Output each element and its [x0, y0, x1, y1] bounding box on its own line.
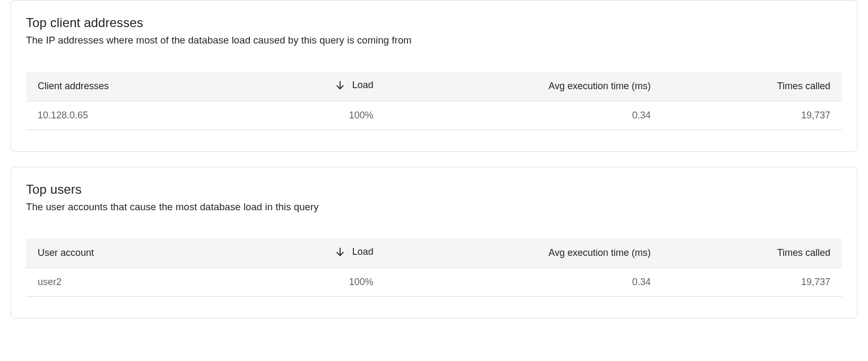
top-users-card: Top users The user accounts that cause t…	[11, 167, 857, 319]
column-header-label: User account	[38, 247, 94, 258]
top-client-addresses-title: Top client addresses	[26, 15, 842, 30]
column-header-label: Times called	[777, 81, 830, 91]
users-table: User account Load Avg execution time (ms…	[26, 238, 842, 297]
column-header-label: Load	[352, 246, 374, 257]
column-header-label: Times called	[777, 247, 830, 258]
column-header-client-addresses[interactable]: Client addresses	[26, 72, 271, 101]
top-users-title: Top users	[26, 182, 842, 197]
column-header-times-called[interactable]: Times called	[663, 238, 842, 268]
table-header-row: Client addresses Load Avg execution time…	[26, 72, 842, 101]
column-header-times-called[interactable]: Times called	[663, 72, 842, 101]
column-header-label: Client addresses	[38, 81, 109, 91]
arrow-down-icon	[334, 246, 346, 257]
sort-header-load[interactable]: Load	[334, 79, 374, 91]
column-header-label: Avg execution time (ms)	[549, 247, 651, 258]
top-client-addresses-card: Top client addresses The IP addresses wh…	[11, 0, 857, 152]
column-header-avg-exec[interactable]: Avg execution time (ms)	[385, 72, 663, 101]
sort-header-load[interactable]: Load	[334, 246, 374, 257]
cell-times-called: 19,737	[663, 268, 842, 297]
cell-client-address: 10.128.0.65	[26, 101, 271, 130]
column-header-label: Load	[352, 80, 374, 91]
cell-load: 100%	[271, 268, 385, 297]
table-header-row: User account Load Avg execution time (ms…	[26, 238, 842, 268]
top-client-addresses-subtitle: The IP addresses where most of the datab…	[26, 35, 842, 46]
column-header-user-account[interactable]: User account	[26, 238, 271, 268]
top-users-subtitle: The user accounts that cause the most da…	[26, 201, 842, 213]
table-row: 10.128.0.65 100% 0.34 19,737	[26, 101, 842, 130]
cell-avg-exec: 0.34	[385, 268, 663, 297]
column-header-label: Avg execution time (ms)	[549, 81, 651, 91]
column-header-load[interactable]: Load	[271, 72, 385, 101]
table-row: user2 100% 0.34 19,737	[26, 268, 842, 297]
cell-load: 100%	[271, 101, 385, 130]
cell-avg-exec: 0.34	[385, 101, 663, 130]
column-header-avg-exec[interactable]: Avg execution time (ms)	[385, 238, 663, 268]
arrow-down-icon	[334, 79, 346, 91]
column-header-load[interactable]: Load	[271, 238, 385, 268]
cell-times-called: 19,737	[663, 101, 842, 130]
client-addresses-table: Client addresses Load Avg execution time…	[26, 72, 842, 130]
cell-user-account: user2	[26, 268, 271, 297]
